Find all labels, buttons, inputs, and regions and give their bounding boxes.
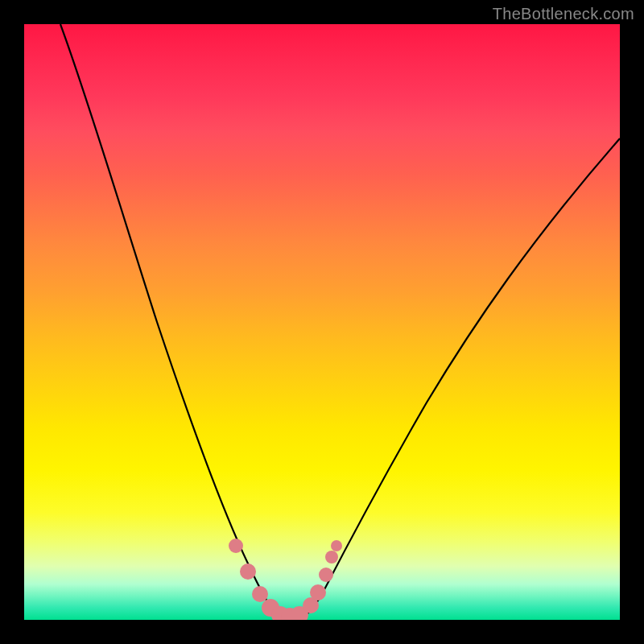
fit-marker — [331, 540, 342, 551]
watermark-text: TheBottleneck.com — [493, 5, 634, 23]
fit-marker — [319, 568, 333, 582]
bottleneck-curve — [60, 24, 620, 620]
fit-marker — [229, 539, 243, 553]
fit-marker — [240, 564, 256, 580]
fit-marker — [325, 551, 338, 564]
fit-marker — [252, 586, 268, 602]
fit-markers-group — [229, 539, 342, 620]
fit-marker — [310, 584, 326, 601]
chart-svg — [24, 24, 620, 620]
